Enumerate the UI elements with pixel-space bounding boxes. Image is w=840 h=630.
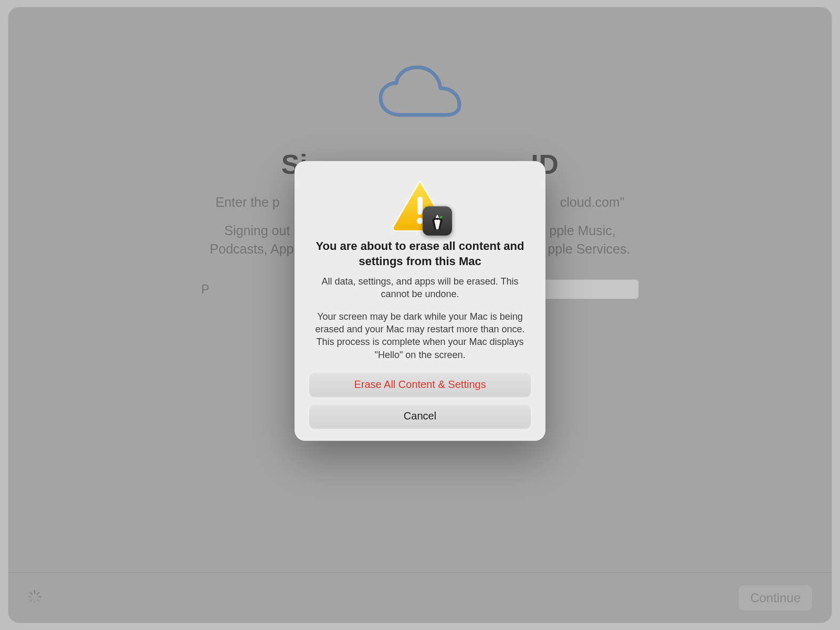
erase-assistant-window: Si gn Out of Apple ID Enter the p cloud.… <box>8 7 832 623</box>
dialog-body-1: All data, settings, and apps will be era… <box>309 275 531 301</box>
sub1-right: cloud.com" <box>560 195 625 209</box>
setup-assistant-app-icon <box>423 206 452 236</box>
svg-line-5 <box>37 600 39 602</box>
password-label-fragment: P <box>201 282 209 297</box>
icloud-icon <box>375 65 465 128</box>
dialog-icon <box>309 179 531 232</box>
sub2-l1-right: pple Music, <box>549 223 615 238</box>
erase-confirmation-dialog: You are about to erase all content and s… <box>295 161 545 441</box>
continue-button[interactable]: Continue <box>738 585 813 611</box>
svg-line-4 <box>30 592 33 594</box>
sub2-l2-left: Podcasts, App <box>210 242 294 256</box>
dialog-buttons: Erase All Content & Settings Cancel <box>309 373 531 428</box>
sub2-l2-right: pple Services. <box>548 242 630 256</box>
svg-point-10 <box>436 218 438 220</box>
cancel-button[interactable]: Cancel <box>309 404 531 428</box>
footer-bar: Continue <box>8 572 832 623</box>
svg-line-6 <box>30 600 33 602</box>
sub1-left: Enter the p <box>215 195 279 209</box>
svg-line-7 <box>37 592 39 594</box>
erase-all-button[interactable]: Erase All Content & Settings <box>309 373 531 397</box>
activity-spinner-icon <box>27 590 42 606</box>
dialog-body-2: Your screen may be dark while your Mac i… <box>309 310 531 361</box>
sub2-l1-left: Signing out <box>224 223 290 238</box>
svg-rect-8 <box>417 197 423 215</box>
dialog-title: You are about to erase all content and s… <box>309 239 531 269</box>
